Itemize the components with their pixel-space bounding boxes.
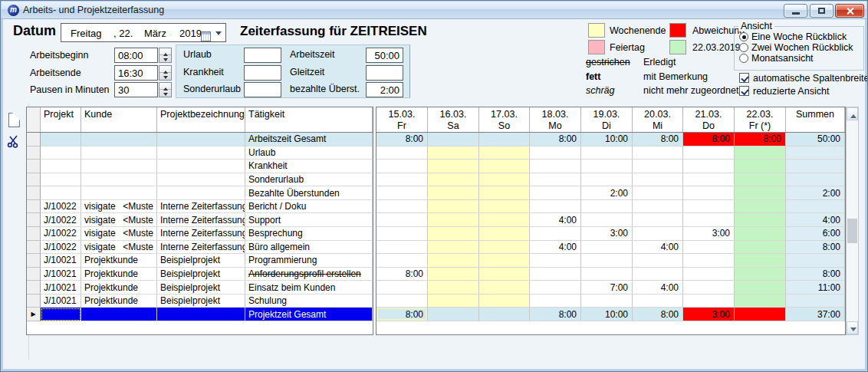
- cell-kunde[interactable]: Projektkunde: [81, 254, 157, 268]
- row-selector[interactable]: [27, 173, 41, 187]
- radio-zwei-wochen-label[interactable]: Zwei Wochen Rückblick: [751, 42, 853, 53]
- radio-zwei-wochen[interactable]: [739, 43, 748, 52]
- cell-projektbezeichnung[interactable]: Interne Zeiterfassung: [157, 227, 245, 241]
- cell-projekt[interactable]: J/10021: [41, 281, 81, 295]
- calendar-dropdown-button[interactable]: [200, 28, 223, 41]
- grid-cell[interactable]: [428, 186, 479, 200]
- title-bar[interactable]: m Arbeits- und Projektzeiterfassung: [2, 2, 866, 19]
- column-header-kunde[interactable]: Kunde: [81, 107, 157, 132]
- grid-cell[interactable]: [376, 200, 428, 214]
- cell-kunde[interactable]: [81, 133, 157, 146]
- grid-cell[interactable]: [633, 186, 683, 200]
- time-grid-row[interactable]: 8:008:0010:008:008:008:0050:00: [376, 133, 845, 146]
- new-record-icon[interactable]: [8, 113, 20, 127]
- table-row[interactable]: Urlaub: [27, 146, 373, 160]
- cell-taetigkeit[interactable]: Einsatz beim Kunden: [245, 281, 373, 295]
- row-selector[interactable]: [27, 254, 41, 268]
- grid-cell[interactable]: [428, 281, 479, 295]
- vertical-scrollbar[interactable]: [846, 107, 859, 335]
- grid-cell[interactable]: [530, 200, 581, 214]
- spin-up-icon[interactable]: [159, 66, 171, 73]
- table-row[interactable]: Sonderurlaub: [27, 173, 373, 187]
- cell-kunde[interactable]: [81, 146, 157, 160]
- date-column-header[interactable]: 16.03.Sa: [428, 107, 479, 132]
- grid-cell[interactable]: [581, 146, 633, 160]
- grid-cell[interactable]: 8:00: [376, 133, 428, 146]
- spin-up-icon[interactable]: [159, 48, 171, 55]
- cell-projektbezeichnung[interactable]: Interne Zeiterfassung: [157, 241, 245, 255]
- grid-cell[interactable]: 3:00: [581, 227, 633, 241]
- grid-cell[interactable]: [376, 173, 428, 187]
- date-column-header[interactable]: 21.03.Do: [683, 107, 735, 132]
- grid-cell[interactable]: [428, 227, 479, 241]
- grid-cell[interactable]: [428, 295, 479, 308]
- cell-projekt[interactable]: J/10022: [41, 200, 81, 214]
- date-column-header[interactable]: 18.03.Mo: [530, 107, 581, 132]
- minimize-button[interactable]: [784, 4, 807, 18]
- row-selector[interactable]: [27, 133, 41, 146]
- grid-cell[interactable]: [735, 160, 786, 173]
- cell-projekt[interactable]: [41, 133, 81, 146]
- cell-projektbezeichnung[interactable]: [157, 308, 245, 321]
- grid-cell[interactable]: [428, 146, 479, 160]
- cell-projektbezeichnung[interactable]: Interne Zeiterfassung: [157, 200, 245, 214]
- table-row[interactable]: J/10022visigate<MusteInterne Zeiterfassu…: [27, 213, 373, 227]
- cell-taetigkeit[interactable]: Projektzeit Gesamt: [245, 308, 373, 321]
- cell-projektbezeichnung[interactable]: [157, 173, 245, 187]
- cell-projektbezeichnung[interactable]: Interne Zeiterfassung: [157, 213, 245, 227]
- cut-icon[interactable]: [6, 134, 20, 151]
- grid-cell[interactable]: [479, 281, 530, 295]
- time-grid-row[interactable]: 4:004:00: [376, 213, 845, 227]
- time-grid-row[interactable]: 3:003:006:00: [376, 227, 845, 241]
- grid-cell[interactable]: [428, 308, 479, 321]
- table-row[interactable]: ▶Projektzeit Gesamt: [27, 308, 373, 321]
- cell-taetigkeit[interactable]: Programmierung: [245, 254, 373, 268]
- grid-cell[interactable]: [428, 173, 479, 187]
- checkbox-reduziert-label[interactable]: reduzierte Ansicht: [753, 86, 829, 97]
- grid-cell[interactable]: [530, 227, 581, 241]
- grid-cell[interactable]: [428, 268, 479, 281]
- grid-cell[interactable]: 8:00: [530, 133, 581, 146]
- grid-cell[interactable]: [479, 241, 530, 255]
- grid-cell[interactable]: 8:00: [735, 133, 786, 146]
- date-column-header[interactable]: 15.03.Fr: [376, 107, 428, 132]
- grid-cell[interactable]: [581, 200, 633, 214]
- cell-projektbezeichnung[interactable]: Beispielprojekt: [157, 254, 245, 268]
- grid-cell[interactable]: [735, 186, 786, 200]
- cell-projektbezeichnung[interactable]: [157, 146, 245, 160]
- grid-cell[interactable]: 3:00: [683, 227, 735, 241]
- cell-kunde[interactable]: visigate<Muste: [81, 241, 157, 255]
- cell-kunde[interactable]: Projektkunde: [81, 268, 157, 281]
- radio-eine-woche[interactable]: [739, 32, 748, 41]
- time-grid-row[interactable]: [376, 295, 845, 308]
- column-header-projekt[interactable]: Projekt: [41, 107, 81, 132]
- pausen-input[interactable]: [114, 82, 158, 97]
- grid-cell[interactable]: [683, 160, 735, 173]
- grid-cell[interactable]: [530, 254, 581, 268]
- grid-cell[interactable]: [683, 213, 735, 227]
- row-selector[interactable]: [27, 241, 41, 255]
- grid-cell[interactable]: 10:00: [581, 133, 633, 146]
- grid-cell[interactable]: [633, 295, 683, 308]
- grid-cell[interactable]: 3:00: [683, 308, 735, 321]
- grid-cell[interactable]: [581, 160, 633, 173]
- row-selector[interactable]: ▶: [27, 308, 41, 321]
- date-column-header[interactable]: 20.03.Mi: [633, 107, 683, 132]
- close-button[interactable]: [835, 4, 864, 18]
- grid-cell[interactable]: [376, 281, 428, 295]
- scroll-up-button[interactable]: [847, 107, 858, 120]
- grid-cell[interactable]: 2:00: [581, 186, 633, 200]
- grid-cell[interactable]: [479, 160, 530, 173]
- row-selector[interactable]: [27, 281, 41, 295]
- time-grid-row[interactable]: 8:008:00: [376, 268, 845, 281]
- cell-kunde[interactable]: Projektkunde: [81, 295, 157, 308]
- grid-cell[interactable]: [633, 200, 683, 214]
- grid-cell[interactable]: 10:00: [581, 308, 633, 321]
- date-picker[interactable]: Freitag , 22. März 2019: [61, 23, 226, 42]
- grid-cell[interactable]: [479, 173, 530, 187]
- scrollbar-thumb[interactable]: [847, 219, 857, 243]
- grid-cell[interactable]: [735, 227, 786, 241]
- grid-cell[interactable]: [530, 281, 581, 295]
- table-row[interactable]: Arbeitszeit Gesamt: [27, 133, 373, 146]
- table-row[interactable]: J/10021ProjektkundeBeispielprojektSchulu…: [27, 295, 373, 308]
